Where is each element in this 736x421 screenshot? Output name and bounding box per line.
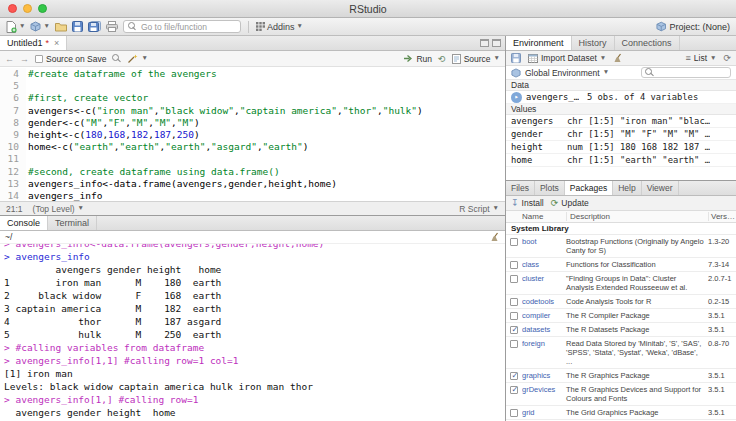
goto-file-search[interactable]: Go to file/function [123, 20, 241, 33]
package-checkbox[interactable] [510, 409, 518, 417]
column-name[interactable]: Name [506, 212, 566, 221]
install-button[interactable]: ↧ Install [511, 198, 544, 208]
package-checkbox[interactable] [510, 312, 518, 320]
package-link[interactable]: class [522, 260, 566, 269]
code-line-7[interactable]: 7avengers<-c("iron man","black widow","c… [0, 105, 505, 117]
broom-icon[interactable] [490, 232, 500, 242]
column-description[interactable]: Description [566, 212, 708, 221]
tab-files[interactable]: Files [506, 181, 535, 195]
addins-button[interactable]: Addins ▼ [256, 22, 303, 32]
source-button[interactable]: Source ▼ [452, 54, 500, 64]
console-line: 4 thor M 187 asgard [4, 315, 505, 328]
save-button[interactable] [72, 21, 83, 32]
env-row[interactable]: ▸avengers_…5 obs. of 4 variables [506, 91, 736, 104]
tab-label: Untitled1 [7, 38, 43, 48]
package-link[interactable]: boot [522, 237, 566, 246]
package-checkbox[interactable] [510, 261, 518, 269]
code-line-11[interactable]: 11 [0, 153, 505, 165]
package-link[interactable]: codetools [522, 297, 566, 306]
search-icon [645, 68, 654, 77]
find-replace-button[interactable] [112, 54, 121, 63]
forward-icon[interactable]: → [20, 54, 29, 64]
package-checkbox[interactable] [510, 372, 518, 380]
package-checkbox[interactable] [510, 326, 518, 334]
tab-viewer[interactable]: Viewer [642, 181, 679, 195]
env-row[interactable]: avengerschr [1:5] "iron man" "blac… [506, 115, 736, 128]
env-row[interactable]: homechr [1:5] "earth" "earth" … [506, 154, 736, 167]
console-output[interactable]: > avengers_info<-data.frame(avengers,gen… [0, 244, 505, 421]
env-row[interactable]: heightnum [1:5] 180 168 182 187 … [506, 141, 736, 154]
package-checkbox[interactable] [510, 340, 518, 348]
code-line-13[interactable]: 13avengers_info<-data.frame(avengers,gen… [0, 178, 505, 190]
broom-icon[interactable] [613, 53, 623, 63]
close-window-button[interactable] [8, 4, 17, 13]
package-link[interactable]: graphics [522, 371, 566, 380]
package-checkbox[interactable] [510, 275, 518, 283]
source-on-save-checkbox[interactable] [35, 55, 43, 63]
package-link[interactable]: grDevices [522, 385, 566, 394]
tab-console[interactable]: Console [0, 216, 48, 230]
column-version[interactable]: Vers… [708, 212, 736, 221]
minimize-pane-icon[interactable] [480, 39, 489, 47]
package-link[interactable]: grid [522, 408, 566, 417]
maximize-pane-icon[interactable] [492, 39, 501, 47]
source-statusbar: 21:1 (Top Level) ▼ R Script ▼ [0, 201, 505, 215]
back-icon[interactable]: ← [5, 54, 14, 64]
toolbar-separator [248, 21, 249, 33]
new-project-button[interactable]: ▼ [30, 21, 49, 32]
import-dataset-button[interactable]: Import Dataset ▼ [528, 53, 606, 63]
code-tools-button[interactable]: ▼ [127, 53, 147, 64]
save-all-button[interactable] [88, 21, 101, 32]
package-link[interactable]: datasets [522, 325, 566, 334]
code-line-6[interactable]: 6#first, create vector [0, 92, 505, 104]
env-object-name: avengers [511, 116, 567, 126]
package-checkbox[interactable] [510, 238, 518, 246]
tab-help[interactable]: Help [613, 181, 641, 195]
console-line: avengers gender height home [4, 263, 505, 276]
env-row[interactable]: genderchr [1:5] "M" "F" "M" "M" … [506, 128, 736, 141]
tab-untitled1[interactable]: Untitled1* × [0, 36, 67, 50]
code-line-10[interactable]: 10home<-c("earth","earth","earth","asgar… [0, 141, 505, 153]
close-tab-icon[interactable]: × [54, 38, 59, 48]
tab-history[interactable]: History [572, 36, 615, 50]
doc-type-selector[interactable]: R Script ▼ [459, 204, 499, 214]
package-link[interactable]: cluster [522, 274, 566, 283]
package-checkbox[interactable] [510, 386, 518, 394]
print-button[interactable] [106, 21, 118, 32]
code-line-4[interactable]: 4#create dataframe of the avengers [0, 68, 505, 80]
expand-icon[interactable]: ▸ [511, 92, 522, 103]
code-editor[interactable]: 4#create dataframe of the avengers56#fir… [0, 67, 505, 201]
new-file-button[interactable]: ▼ [6, 21, 25, 33]
run-button[interactable]: Run [403, 54, 432, 64]
open-file-button[interactable] [55, 22, 67, 32]
code-line-14[interactable]: 14avengers_info [0, 190, 505, 201]
code-line-12[interactable]: 12#second, create dataframe using data.f… [0, 166, 505, 178]
tab-packages[interactable]: Packages [565, 181, 613, 195]
tab-environment[interactable]: Environment [506, 36, 572, 50]
code-line-5[interactable]: 5 [0, 80, 505, 92]
minimize-window-button[interactable] [23, 4, 32, 13]
rerun-button[interactable]: ⟲ [438, 54, 446, 64]
package-checkbox[interactable] [510, 298, 518, 306]
list-icon: ≡ [686, 53, 691, 63]
environment-search-input[interactable] [641, 67, 731, 78]
code-line-8[interactable]: 8gender<-c("M","F","M","M","M") [0, 117, 505, 129]
packages-list[interactable]: bootBootstrap Functions (Originally by A… [506, 235, 736, 421]
package-link[interactable]: compiler [522, 311, 566, 320]
tab-plots[interactable]: Plots [535, 181, 565, 195]
environment-scope-selector[interactable]: Global Environment ▼ [525, 68, 609, 78]
source-on-save-toggle[interactable]: Source on Save [35, 54, 106, 64]
code-line-9[interactable]: 9height<-c(180,168,182,187,250) [0, 129, 505, 141]
display-mode-selector[interactable]: ≡ List ▼ [686, 53, 717, 63]
project-menu-button[interactable]: Project: (None) [656, 21, 730, 32]
scope-selector[interactable]: (Top Level) ▼ [33, 204, 85, 214]
save-workspace-icon[interactable] [511, 53, 521, 63]
update-button[interactable]: ⟳ Update [551, 198, 589, 208]
chevron-down-icon: ▼ [494, 55, 500, 62]
zoom-window-button[interactable] [38, 4, 47, 13]
tab-connections[interactable]: Connections [615, 36, 680, 50]
working-directory[interactable]: ~/ [5, 232, 12, 242]
tab-terminal[interactable]: Terminal [48, 216, 97, 230]
package-link[interactable]: foreign [522, 339, 566, 348]
refresh-icon[interactable]: ⟳ [723, 53, 731, 63]
